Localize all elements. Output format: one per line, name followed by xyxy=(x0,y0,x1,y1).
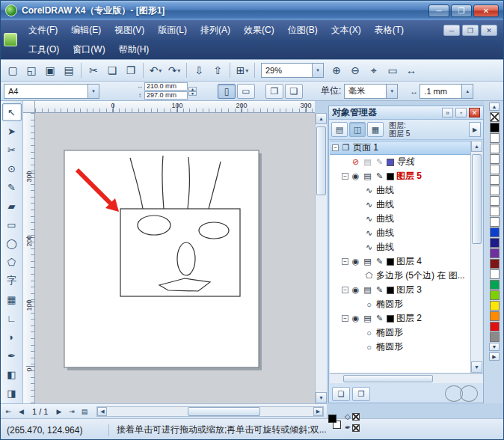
menu-effects[interactable]: 效果(C) xyxy=(237,22,281,37)
scroll-down-icon[interactable]: ▼ xyxy=(471,361,482,373)
last-page-button[interactable]: ⇥ xyxy=(65,406,78,418)
portrait-button[interactable]: ▯ xyxy=(218,84,236,99)
scroll-left-icon[interactable]: ◀ xyxy=(97,407,107,416)
first-page-button[interactable]: ⇤ xyxy=(2,406,15,418)
expand-toggle[interactable]: − xyxy=(342,315,348,322)
visibility-toggle-icon[interactable]: ◉ xyxy=(351,171,360,181)
layer-color-swatch[interactable] xyxy=(387,287,394,294)
printer-icon[interactable]: ▤ xyxy=(363,285,372,295)
tree-horizontal-scrollbar[interactable] xyxy=(330,373,483,383)
layer-color-swatch[interactable] xyxy=(387,315,394,323)
chevron-down-icon[interactable]: ▾ xyxy=(386,85,397,98)
scroll-up-icon[interactable]: ▲ xyxy=(471,141,482,152)
color-swatch[interactable] xyxy=(490,165,500,174)
pick-tool-button[interactable]: ↖ xyxy=(2,103,22,121)
no-color-swatch[interactable] xyxy=(490,112,500,122)
tree-item-object[interactable]: ∿曲线 xyxy=(330,212,471,226)
expand-toggle[interactable]: − xyxy=(342,258,348,265)
chevron-down-icon[interactable]: ▾ xyxy=(312,64,323,77)
rectangle-tool-button[interactable]: ▭ xyxy=(2,216,22,233)
pencil-icon[interactable]: ✎ xyxy=(375,157,384,167)
table-tool-button[interactable]: ▦ xyxy=(2,290,22,308)
zoom-in-button[interactable]: ⊕ xyxy=(328,61,345,79)
printer-icon[interactable]: ▤ xyxy=(363,171,372,181)
tree-scrollbar-thumb[interactable] xyxy=(472,154,482,244)
layer-color-swatch[interactable] xyxy=(387,258,394,266)
spin-down-icon[interactable]: ▾ xyxy=(188,91,197,96)
scroll-up-icon[interactable]: ▲ xyxy=(316,113,327,124)
save-button[interactable]: ▣ xyxy=(41,61,59,79)
zoom-to-selection-button[interactable]: ⌖ xyxy=(365,61,383,79)
tree-item-object[interactable]: ⬠多边形 (5个边) 在 图... xyxy=(330,269,471,283)
layer-color-swatch[interactable] xyxy=(387,173,394,180)
tree-item-object[interactable]: ∿曲线 xyxy=(330,226,471,240)
paper-type-combo[interactable]: A4 ▾ xyxy=(4,84,99,99)
color-swatch[interactable] xyxy=(490,259,500,269)
tree-item-layer[interactable]: −◉▤✎图层 4 xyxy=(330,254,471,269)
text-tool-button[interactable]: 字 xyxy=(2,272,22,290)
color-swatch[interactable] xyxy=(490,269,500,279)
color-swatch[interactable] xyxy=(490,154,500,164)
visibility-toggle-icon[interactable]: ◉ xyxy=(351,257,360,266)
crop-tool-button[interactable]: ✂ xyxy=(2,141,22,159)
scroll-right-icon[interactable]: ▶ xyxy=(313,407,323,416)
pencil-icon[interactable]: ✎ xyxy=(375,257,384,266)
layer-manager-view-button[interactable]: ▦ xyxy=(367,122,384,137)
previous-page-button[interactable]: ◀ xyxy=(15,406,28,418)
color-swatch[interactable] xyxy=(490,227,500,237)
color-swatch[interactable] xyxy=(490,248,500,258)
pencil-icon[interactable]: ✎ xyxy=(375,314,384,323)
pencil-icon[interactable]: ✎ xyxy=(375,171,384,181)
paste-button[interactable]: ❐ xyxy=(122,61,140,79)
paper-width-field[interactable]: 210.0 mm xyxy=(144,82,188,91)
docker-close-button[interactable]: ✕ xyxy=(469,108,480,117)
polygon-tool-button[interactable]: ⬠ xyxy=(2,253,22,271)
document-minimize-button[interactable]: ─ xyxy=(443,25,460,36)
page-menu-button[interactable]: ▤ xyxy=(78,406,90,418)
expand-toggle[interactable]: − xyxy=(332,144,339,151)
color-swatch[interactable] xyxy=(490,280,500,290)
menu-layout[interactable]: 版面(L) xyxy=(151,22,194,37)
visibility-toggle-icon[interactable]: ◉ xyxy=(351,285,360,295)
menu-window[interactable]: 窗口(W) xyxy=(66,42,111,57)
color-swatch[interactable] xyxy=(490,207,500,216)
dimension-tool-button[interactable]: ∟ xyxy=(2,309,22,327)
chevron-down-icon[interactable]: ▾ xyxy=(87,85,99,98)
horizontal-scrollbar-thumb[interactable] xyxy=(188,407,260,416)
current-page-button[interactable]: ❏ xyxy=(285,84,303,99)
horizontal-ruler[interactable]: 0100200300 xyxy=(35,101,315,113)
tree-item-object[interactable]: ○椭圆形 xyxy=(330,326,471,340)
color-swatch[interactable] xyxy=(490,238,500,248)
menu-file[interactable]: 文件(F) xyxy=(22,22,64,37)
close-button[interactable]: ✕ xyxy=(473,4,499,17)
minimize-button[interactable]: ─ xyxy=(428,4,449,17)
vertical-scrollbar-thumb[interactable] xyxy=(316,126,326,195)
interactive-fill-tool-button[interactable]: ◨ xyxy=(2,384,22,402)
printer-icon[interactable]: ▤ xyxy=(363,257,372,266)
document-restore-button[interactable]: ❐ xyxy=(462,25,479,36)
color-swatch[interactable] xyxy=(490,311,500,321)
new-layer-button[interactable]: ❏ xyxy=(332,387,350,401)
tree-item-layer[interactable]: −◉▤✎图层 2 xyxy=(330,311,471,326)
paper-height-field[interactable]: 297.0 mm xyxy=(144,91,188,100)
color-swatch[interactable] xyxy=(490,301,500,311)
all-pages-button[interactable]: ❐ xyxy=(265,84,283,99)
color-swatch[interactable] xyxy=(490,144,500,153)
cut-button[interactable]: ✂ xyxy=(84,61,102,79)
tree-item-object[interactable]: ○椭圆形 xyxy=(330,297,471,311)
fill-outline-color-well[interactable] xyxy=(328,414,342,430)
menu-bitmaps[interactable]: 位图(B) xyxy=(281,22,325,37)
expand-toggle[interactable]: − xyxy=(342,287,348,293)
docker-chevron-button[interactable]: » xyxy=(442,108,453,117)
tree-vertical-scrollbar[interactable]: ▲ ▼ xyxy=(470,141,482,373)
smart-fill-tool-button[interactable]: ▰ xyxy=(2,197,22,215)
application-launcher-button[interactable]: ⊞▾ xyxy=(233,61,251,79)
menu-edit[interactable]: 编辑(E) xyxy=(64,22,108,37)
open-button[interactable]: ◱ xyxy=(22,61,40,79)
color-swatch[interactable] xyxy=(490,186,500,195)
copy-button[interactable]: ❏ xyxy=(103,61,121,79)
drawing-canvas[interactable] xyxy=(35,113,315,403)
expand-toggle[interactable]: − xyxy=(342,173,348,180)
export-button[interactable]: ⇧ xyxy=(209,61,227,79)
color-swatch[interactable] xyxy=(490,133,500,143)
